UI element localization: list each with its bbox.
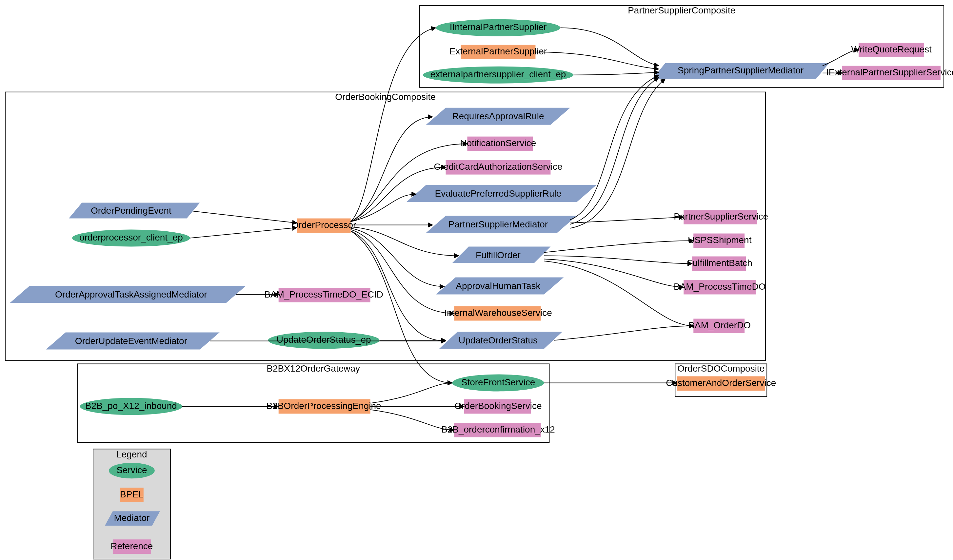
svg-text:Legend: Legend bbox=[116, 449, 147, 459]
svg-text:UpdateOrderStatus: UpdateOrderStatus bbox=[459, 335, 538, 345]
svg-text:UpdateOrderStatus_ep: UpdateOrderStatus_ep bbox=[277, 335, 371, 345]
svg-text:BAM_ProcessTimeDO_ECID: BAM_ProcessTimeDO_ECID bbox=[264, 289, 383, 299]
svg-text:OrderProcessor: OrderProcessor bbox=[292, 220, 356, 230]
svg-text:WriteQuoteRequest: WriteQuoteRequest bbox=[851, 44, 931, 54]
svg-text:NotificationService: NotificationService bbox=[460, 138, 536, 148]
svg-text:B2B_po_X12_inbound: B2B_po_X12_inbound bbox=[85, 401, 177, 411]
node-order-processor: OrderProcessor bbox=[292, 219, 356, 233]
svg-text:OrderApprovalTaskAssignedMedia: OrderApprovalTaskAssignedMediator bbox=[55, 289, 207, 299]
cluster-title: OrderSDOComposite bbox=[677, 363, 765, 374]
node-fulfillment-batch: FulfillmentBatch bbox=[687, 257, 752, 271]
node-requires-approval-rule: RequiresApprovalRule bbox=[426, 108, 570, 125]
svg-text:PartnerSupplierService: PartnerSupplierService bbox=[674, 211, 768, 222]
svg-text:EvaluatePreferredSupplierRule: EvaluatePreferredSupplierRule bbox=[435, 188, 562, 199]
cluster-title: B2BX12OrderGateway bbox=[267, 363, 360, 374]
cluster-title: OrderBookingComposite bbox=[335, 92, 435, 102]
svg-text:BAM_OrderDO: BAM_OrderDO bbox=[688, 320, 751, 330]
node-order-approval-task-assigned-mediator: OrderApprovalTaskAssignedMediator bbox=[10, 286, 246, 303]
node-bam-process-time-do: BAM_ProcessTimeDO bbox=[674, 280, 765, 295]
svg-text:FulfillOrder: FulfillOrder bbox=[476, 250, 521, 260]
svg-text:externalpartnersupplier_client: externalpartnersupplier_client_ep bbox=[430, 69, 566, 79]
svg-text:B2B_orderconfirmation_x12: B2B_orderconfirmation_x12 bbox=[441, 424, 555, 434]
svg-text:IInternalPartnerSupplier: IInternalPartnerSupplier bbox=[450, 22, 547, 32]
svg-text:InternalWarehouseService: InternalWarehouseService bbox=[444, 308, 552, 318]
node-usps-shipment: USPSShipment bbox=[688, 234, 752, 248]
node-partner-supplier-service: PartnerSupplierService bbox=[674, 210, 768, 225]
svg-text:BPEL: BPEL bbox=[120, 489, 144, 500]
cluster-title: PartnerSupplierComposite bbox=[628, 5, 735, 16]
svg-text:CustomerAndOrderService: CustomerAndOrderService bbox=[666, 378, 776, 388]
node-evaluate-preferred-supplier-rule: EvaluatePreferredSupplierRule bbox=[407, 185, 597, 202]
svg-text:BAM_ProcessTimeDO: BAM_ProcessTimeDO bbox=[674, 281, 765, 292]
svg-text:CreditCardAuthorizationService: CreditCardAuthorizationService bbox=[434, 161, 562, 172]
svg-text:SpringPartnerSupplierMediator: SpringPartnerSupplierMediator bbox=[678, 65, 804, 75]
node-store-front-service: StoreFrontService bbox=[452, 374, 544, 391]
node-creditcard-authorization-service: CreditCardAuthorizationService bbox=[434, 160, 562, 175]
cluster-order-booking-composite: OrderBookingComposite bbox=[5, 92, 765, 361]
architecture-diagram: PartnerSupplierComposite OrderBookingCom… bbox=[0, 0, 953, 560]
node-iinternal-partner-supplier: IInternalPartnerSupplier bbox=[436, 19, 560, 36]
svg-text:Mediator: Mediator bbox=[114, 513, 149, 523]
node-iexternal-partner-supplier-service: IExternalPartnerSupplierService bbox=[826, 66, 953, 80]
node-customer-and-order-service: CustomerAndOrderService bbox=[666, 376, 776, 391]
node-order-booking-service: OrderBookingService bbox=[454, 399, 542, 414]
svg-text:ExternalPartnerSupplier: ExternalPartnerSupplier bbox=[449, 46, 547, 56]
node-order-update-event-mediator: OrderUpdateEventMediator bbox=[46, 332, 220, 349]
svg-text:orderprocessor_client_ep: orderprocessor_client_ep bbox=[79, 232, 183, 242]
node-fulfill-order: FulfillOrder bbox=[452, 247, 551, 263]
node-partner-supplier-mediator: PartnerSupplierMediator bbox=[426, 216, 577, 233]
svg-text:OrderBookingService: OrderBookingService bbox=[454, 401, 542, 411]
svg-text:OrderPendingEvent: OrderPendingEvent bbox=[91, 205, 171, 216]
node-update-order-status-ep: UpdateOrderStatus_ep bbox=[268, 332, 380, 349]
node-b2b-orderconfirmation-x12: B2B_orderconfirmation_x12 bbox=[441, 423, 555, 437]
svg-text:Service: Service bbox=[116, 465, 147, 475]
node-orderprocessor-client-ep: orderprocessor_client_ep bbox=[72, 230, 190, 247]
node-internal-warehouse-service: InternalWarehouseService bbox=[444, 306, 552, 321]
svg-text:USPSShipment: USPSShipment bbox=[688, 235, 752, 245]
node-bam-process-time-do-ecid: BAM_ProcessTimeDO_ECID bbox=[264, 288, 383, 302]
node-b2b-order-processing-engine: B2BOrderProcessingEngine bbox=[267, 399, 381, 414]
svg-text:OrderUpdateEventMediator: OrderUpdateEventMediator bbox=[75, 336, 187, 346]
node-externalpartnersupplier-client-ep: externalpartnersupplier_client_ep bbox=[423, 67, 574, 84]
node-order-pending-event: OrderPendingEvent bbox=[69, 203, 200, 219]
node-update-order-status: UpdateOrderStatus bbox=[439, 332, 563, 349]
svg-text:RequiresApprovalRule: RequiresApprovalRule bbox=[452, 111, 544, 121]
svg-rect-1 bbox=[5, 92, 765, 361]
svg-text:Reference: Reference bbox=[110, 541, 153, 551]
svg-text:StoreFrontService: StoreFrontService bbox=[461, 377, 535, 387]
node-write-quote-request: WriteQuoteRequest bbox=[851, 43, 931, 57]
svg-text:FulfillmentBatch: FulfillmentBatch bbox=[687, 258, 752, 268]
svg-text:B2BOrderProcessingEngine: B2BOrderProcessingEngine bbox=[267, 401, 381, 411]
node-external-partner-supplier: ExternalPartnerSupplier bbox=[449, 45, 547, 59]
node-b2b-po-x12-inbound: B2B_po_X12_inbound bbox=[80, 398, 182, 415]
node-spring-partner-supplier-mediator: SpringPartnerSupplierMediator bbox=[652, 63, 829, 79]
svg-text:IExternalPartnerSupplierServic: IExternalPartnerSupplierService bbox=[826, 67, 953, 78]
node-approval-human-task: ApprovalHumanTask bbox=[436, 278, 564, 295]
node-bam-order-do: BAM_OrderDO bbox=[688, 318, 751, 333]
svg-text:ApprovalHumanTask: ApprovalHumanTask bbox=[456, 281, 540, 291]
node-notification-service: NotificationService bbox=[460, 137, 536, 151]
legend: Legend Service BPEL Mediator Reference bbox=[93, 449, 171, 559]
svg-text:PartnerSupplierMediator: PartnerSupplierMediator bbox=[449, 219, 548, 230]
